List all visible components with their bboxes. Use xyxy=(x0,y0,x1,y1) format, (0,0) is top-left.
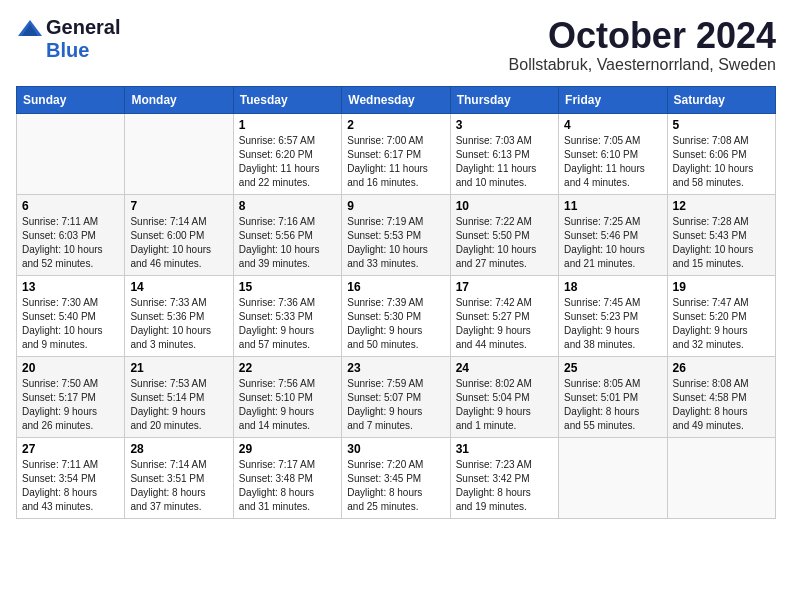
day-number: 25 xyxy=(564,361,661,375)
calendar-cell: 21Sunrise: 7:53 AM Sunset: 5:14 PM Dayli… xyxy=(125,356,233,437)
calendar-cell: 22Sunrise: 7:56 AM Sunset: 5:10 PM Dayli… xyxy=(233,356,341,437)
calendar-cell xyxy=(559,437,667,518)
day-number: 13 xyxy=(22,280,119,294)
day-info: Sunrise: 7:20 AM Sunset: 3:45 PM Dayligh… xyxy=(347,458,444,514)
calendar-cell: 25Sunrise: 8:05 AM Sunset: 5:01 PM Dayli… xyxy=(559,356,667,437)
title-block: October 2024 Bollstabruk, Vaesternorrlan… xyxy=(509,16,776,74)
day-info: Sunrise: 7:50 AM Sunset: 5:17 PM Dayligh… xyxy=(22,377,119,433)
day-number: 30 xyxy=(347,442,444,456)
calendar-cell: 24Sunrise: 8:02 AM Sunset: 5:04 PM Dayli… xyxy=(450,356,558,437)
day-number: 18 xyxy=(564,280,661,294)
day-info: Sunrise: 7:59 AM Sunset: 5:07 PM Dayligh… xyxy=(347,377,444,433)
calendar-cell: 27Sunrise: 7:11 AM Sunset: 3:54 PM Dayli… xyxy=(17,437,125,518)
day-number: 7 xyxy=(130,199,227,213)
logo-icon xyxy=(16,18,44,38)
day-number: 15 xyxy=(239,280,336,294)
calendar-cell: 29Sunrise: 7:17 AM Sunset: 3:48 PM Dayli… xyxy=(233,437,341,518)
day-number: 26 xyxy=(673,361,770,375)
calendar-cell xyxy=(17,113,125,194)
calendar-cell: 20Sunrise: 7:50 AM Sunset: 5:17 PM Dayli… xyxy=(17,356,125,437)
week-row-1: 1Sunrise: 6:57 AM Sunset: 6:20 PM Daylig… xyxy=(17,113,776,194)
day-info: Sunrise: 7:22 AM Sunset: 5:50 PM Dayligh… xyxy=(456,215,553,271)
calendar-cell: 15Sunrise: 7:36 AM Sunset: 5:33 PM Dayli… xyxy=(233,275,341,356)
calendar-cell xyxy=(667,437,775,518)
calendar-cell: 26Sunrise: 8:08 AM Sunset: 4:58 PM Dayli… xyxy=(667,356,775,437)
day-number: 10 xyxy=(456,199,553,213)
day-info: Sunrise: 7:16 AM Sunset: 5:56 PM Dayligh… xyxy=(239,215,336,271)
month-title: October 2024 xyxy=(509,16,776,56)
calendar-cell: 1Sunrise: 6:57 AM Sunset: 6:20 PM Daylig… xyxy=(233,113,341,194)
day-number: 11 xyxy=(564,199,661,213)
calendar-cell: 6Sunrise: 7:11 AM Sunset: 6:03 PM Daylig… xyxy=(17,194,125,275)
header-friday: Friday xyxy=(559,86,667,113)
day-info: Sunrise: 7:11 AM Sunset: 6:03 PM Dayligh… xyxy=(22,215,119,271)
calendar-cell: 5Sunrise: 7:08 AM Sunset: 6:06 PM Daylig… xyxy=(667,113,775,194)
calendar-cell: 4Sunrise: 7:05 AM Sunset: 6:10 PM Daylig… xyxy=(559,113,667,194)
logo-blue: Blue xyxy=(46,39,89,62)
calendar-cell: 18Sunrise: 7:45 AM Sunset: 5:23 PM Dayli… xyxy=(559,275,667,356)
header-wednesday: Wednesday xyxy=(342,86,450,113)
calendar-table: SundayMondayTuesdayWednesdayThursdayFrid… xyxy=(16,86,776,519)
calendar-cell xyxy=(125,113,233,194)
calendar-cell: 7Sunrise: 7:14 AM Sunset: 6:00 PM Daylig… xyxy=(125,194,233,275)
day-info: Sunrise: 7:39 AM Sunset: 5:30 PM Dayligh… xyxy=(347,296,444,352)
calendar-cell: 31Sunrise: 7:23 AM Sunset: 3:42 PM Dayli… xyxy=(450,437,558,518)
calendar-cell: 8Sunrise: 7:16 AM Sunset: 5:56 PM Daylig… xyxy=(233,194,341,275)
calendar-cell: 13Sunrise: 7:30 AM Sunset: 5:40 PM Dayli… xyxy=(17,275,125,356)
day-info: Sunrise: 6:57 AM Sunset: 6:20 PM Dayligh… xyxy=(239,134,336,190)
calendar-cell: 16Sunrise: 7:39 AM Sunset: 5:30 PM Dayli… xyxy=(342,275,450,356)
day-info: Sunrise: 7:33 AM Sunset: 5:36 PM Dayligh… xyxy=(130,296,227,352)
week-row-3: 13Sunrise: 7:30 AM Sunset: 5:40 PM Dayli… xyxy=(17,275,776,356)
day-info: Sunrise: 7:05 AM Sunset: 6:10 PM Dayligh… xyxy=(564,134,661,190)
day-number: 12 xyxy=(673,199,770,213)
day-info: Sunrise: 7:14 AM Sunset: 6:00 PM Dayligh… xyxy=(130,215,227,271)
calendar-cell: 19Sunrise: 7:47 AM Sunset: 5:20 PM Dayli… xyxy=(667,275,775,356)
calendar-cell: 3Sunrise: 7:03 AM Sunset: 6:13 PM Daylig… xyxy=(450,113,558,194)
logo: General Blue xyxy=(16,16,120,62)
day-info: Sunrise: 7:56 AM Sunset: 5:10 PM Dayligh… xyxy=(239,377,336,433)
calendar-cell: 11Sunrise: 7:25 AM Sunset: 5:46 PM Dayli… xyxy=(559,194,667,275)
calendar-cell: 30Sunrise: 7:20 AM Sunset: 3:45 PM Dayli… xyxy=(342,437,450,518)
day-info: Sunrise: 7:25 AM Sunset: 5:46 PM Dayligh… xyxy=(564,215,661,271)
day-number: 20 xyxy=(22,361,119,375)
day-info: Sunrise: 7:17 AM Sunset: 3:48 PM Dayligh… xyxy=(239,458,336,514)
day-number: 31 xyxy=(456,442,553,456)
day-number: 3 xyxy=(456,118,553,132)
day-info: Sunrise: 7:28 AM Sunset: 5:43 PM Dayligh… xyxy=(673,215,770,271)
day-number: 8 xyxy=(239,199,336,213)
day-info: Sunrise: 7:03 AM Sunset: 6:13 PM Dayligh… xyxy=(456,134,553,190)
day-info: Sunrise: 7:47 AM Sunset: 5:20 PM Dayligh… xyxy=(673,296,770,352)
day-info: Sunrise: 7:14 AM Sunset: 3:51 PM Dayligh… xyxy=(130,458,227,514)
calendar-cell: 14Sunrise: 7:33 AM Sunset: 5:36 PM Dayli… xyxy=(125,275,233,356)
day-number: 5 xyxy=(673,118,770,132)
day-number: 28 xyxy=(130,442,227,456)
day-number: 4 xyxy=(564,118,661,132)
day-number: 21 xyxy=(130,361,227,375)
calendar-cell: 17Sunrise: 7:42 AM Sunset: 5:27 PM Dayli… xyxy=(450,275,558,356)
day-number: 17 xyxy=(456,280,553,294)
calendar-cell: 28Sunrise: 7:14 AM Sunset: 3:51 PM Dayli… xyxy=(125,437,233,518)
day-number: 6 xyxy=(22,199,119,213)
day-info: Sunrise: 7:45 AM Sunset: 5:23 PM Dayligh… xyxy=(564,296,661,352)
logo-general: General xyxy=(46,16,120,39)
page-header: General Blue October 2024 Bollstabruk, V… xyxy=(16,16,776,74)
day-info: Sunrise: 8:05 AM Sunset: 5:01 PM Dayligh… xyxy=(564,377,661,433)
location: Bollstabruk, Vaesternorrland, Sweden xyxy=(509,56,776,74)
day-number: 19 xyxy=(673,280,770,294)
header-monday: Monday xyxy=(125,86,233,113)
day-number: 22 xyxy=(239,361,336,375)
day-info: Sunrise: 8:02 AM Sunset: 5:04 PM Dayligh… xyxy=(456,377,553,433)
calendar-cell: 23Sunrise: 7:59 AM Sunset: 5:07 PM Dayli… xyxy=(342,356,450,437)
calendar-cell: 9Sunrise: 7:19 AM Sunset: 5:53 PM Daylig… xyxy=(342,194,450,275)
day-info: Sunrise: 7:53 AM Sunset: 5:14 PM Dayligh… xyxy=(130,377,227,433)
day-info: Sunrise: 7:30 AM Sunset: 5:40 PM Dayligh… xyxy=(22,296,119,352)
calendar-cell: 10Sunrise: 7:22 AM Sunset: 5:50 PM Dayli… xyxy=(450,194,558,275)
day-info: Sunrise: 7:23 AM Sunset: 3:42 PM Dayligh… xyxy=(456,458,553,514)
day-info: Sunrise: 7:36 AM Sunset: 5:33 PM Dayligh… xyxy=(239,296,336,352)
calendar-cell: 2Sunrise: 7:00 AM Sunset: 6:17 PM Daylig… xyxy=(342,113,450,194)
day-number: 2 xyxy=(347,118,444,132)
day-number: 1 xyxy=(239,118,336,132)
day-number: 27 xyxy=(22,442,119,456)
week-row-5: 27Sunrise: 7:11 AM Sunset: 3:54 PM Dayli… xyxy=(17,437,776,518)
week-row-2: 6Sunrise: 7:11 AM Sunset: 6:03 PM Daylig… xyxy=(17,194,776,275)
